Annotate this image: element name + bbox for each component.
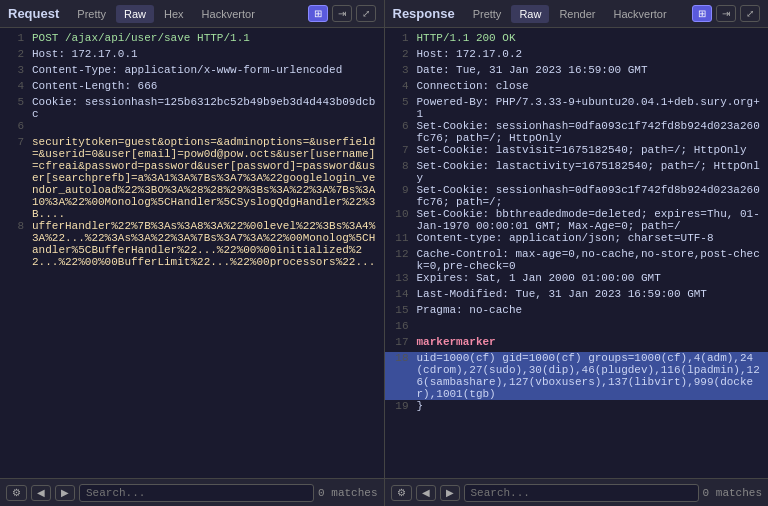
response-header: Response Pretty Raw Render Hackvertor ⊞ …: [385, 0, 769, 28]
line-number: 12: [389, 248, 417, 272]
table-row: 9Set-Cookie: sessionhash=0dfa093c1f742fd…: [385, 184, 769, 208]
line-content: markermarker: [417, 336, 765, 352]
line-number: 3: [4, 64, 32, 80]
line-content: }: [417, 400, 765, 416]
table-row: 2Host: 172.17.0.2: [385, 48, 769, 64]
line-number: 9: [389, 184, 417, 208]
line-number: 6: [4, 120, 32, 136]
tab-response-pretty[interactable]: Pretty: [465, 5, 510, 23]
request-view-icons: ⊞ ⇥ ⤢: [306, 5, 376, 22]
response-content: 1HTTP/1.1 200 OK2Host: 172.17.0.23Date: …: [385, 28, 769, 478]
table-row: 18uid=1000(cf) gid=1000(cf) groups=1000(…: [385, 352, 769, 400]
response-grid-icon[interactable]: ⊞: [692, 5, 712, 22]
line-number: 1: [389, 32, 417, 48]
request-bottom: ⚙ ◀ ▶ 0 matches: [0, 479, 385, 506]
tab-request-hex[interactable]: Hex: [156, 5, 192, 23]
table-row: 2Host: 172.17.0.1: [0, 48, 384, 64]
line-number: 4: [389, 80, 417, 96]
table-row: 1POST /ajax/api/user/save HTTP/1.1: [0, 32, 384, 48]
line-content: Pragma: no-cache: [417, 304, 765, 320]
line-number: 7: [389, 144, 417, 160]
line-content: Host: 172.17.0.2: [417, 48, 765, 64]
line-number: 13: [389, 272, 417, 288]
response-expand-icon[interactable]: ⤢: [740, 5, 760, 22]
response-bottom: ⚙ ◀ ▶ 0 matches: [385, 479, 769, 506]
tab-request-hackvertor[interactable]: Hackvertor: [194, 5, 263, 23]
line-number: 14: [389, 288, 417, 304]
request-forward-icon[interactable]: ▶: [55, 485, 75, 501]
table-row: 5Powered-By: PHP/7.3.33-9+ubuntu20.04.1+…: [385, 96, 769, 120]
request-title: Request: [8, 6, 59, 21]
table-row: 3Date: Tue, 31 Jan 2023 16:59:00 GMT: [385, 64, 769, 80]
request-back-icon[interactable]: ◀: [31, 485, 51, 501]
line-content: HTTP/1.1 200 OK: [417, 32, 765, 48]
tab-response-render[interactable]: Render: [551, 5, 603, 23]
line-number: 8: [4, 220, 32, 268]
line-number: 1: [4, 32, 32, 48]
line-content: Content-type: application/json; charset=…: [417, 232, 765, 248]
table-row: 1HTTP/1.1 200 OK: [385, 32, 769, 48]
table-row: 5Cookie: sessionhash=125b6312bc52b49b9eb…: [0, 96, 384, 120]
table-row: 16: [385, 320, 769, 336]
line-number: 15: [389, 304, 417, 320]
line-number: 17: [389, 336, 417, 352]
request-expand-icon[interactable]: ⤢: [356, 5, 376, 22]
request-header: Request Pretty Raw Hex Hackvertor ⊞ ⇥ ⤢: [0, 0, 384, 28]
response-search-input[interactable]: [464, 484, 699, 502]
line-number: 2: [4, 48, 32, 64]
line-content: Set-Cookie: sessionhash=0dfa093c1f742fd8…: [417, 120, 765, 144]
line-content: Connection: close: [417, 80, 765, 96]
line-content: Powered-By: PHP/7.3.33-9+ubuntu20.04.1+d…: [417, 96, 765, 120]
line-content: Host: 172.17.0.1: [32, 48, 380, 64]
line-content: Last-Modified: Tue, 31 Jan 2023 16:59:00…: [417, 288, 765, 304]
line-content: Set-Cookie: lastvisit=1675182540; path=/…: [417, 144, 765, 160]
table-row: 13Expires: Sat, 1 Jan 2000 01:00:00 GMT: [385, 272, 769, 288]
line-content: [417, 320, 765, 336]
table-row: 4Connection: close: [385, 80, 769, 96]
request-content: 1POST /ajax/api/user/save HTTP/1.12Host:…: [0, 28, 384, 478]
tab-request-pretty[interactable]: Pretty: [69, 5, 114, 23]
tab-request-raw[interactable]: Raw: [116, 5, 154, 23]
response-title: Response: [393, 6, 455, 21]
tab-response-raw[interactable]: Raw: [511, 5, 549, 23]
table-row: 3Content-Type: application/x-www-form-ur…: [0, 64, 384, 80]
request-search-input[interactable]: [79, 484, 314, 502]
line-number: 11: [389, 232, 417, 248]
response-wrap-icon[interactable]: ⇥: [716, 5, 736, 22]
line-content: Set-Cookie: lastactivity=1675182540; pat…: [417, 160, 765, 184]
table-row: 7securitytoken=guest&options=&adminoptio…: [0, 136, 384, 220]
line-content: [32, 120, 380, 136]
line-number: 5: [4, 96, 32, 120]
line-number: 6: [389, 120, 417, 144]
line-content: POST /ajax/api/user/save HTTP/1.1: [32, 32, 380, 48]
tab-response-hackvertor[interactable]: Hackvertor: [605, 5, 674, 23]
request-matches: 0 matches: [318, 487, 377, 499]
table-row: 8ufferHandler%22%7B%3As%3A8%3A%22%00leve…: [0, 220, 384, 268]
request-grid-icon[interactable]: ⊞: [308, 5, 328, 22]
line-content: uid=1000(cf) gid=1000(cf) groups=1000(cf…: [417, 352, 765, 400]
response-settings-icon[interactable]: ⚙: [391, 485, 412, 501]
response-forward-icon[interactable]: ▶: [440, 485, 460, 501]
line-number: 5: [389, 96, 417, 120]
line-content: Date: Tue, 31 Jan 2023 16:59:00 GMT: [417, 64, 765, 80]
line-number: 16: [389, 320, 417, 336]
table-row: 6Set-Cookie: sessionhash=0dfa093c1f742fd…: [385, 120, 769, 144]
line-content: Content-Type: application/x-www-form-url…: [32, 64, 380, 80]
line-number: 18: [389, 352, 417, 400]
line-number: 19: [389, 400, 417, 416]
line-content: Set-Cookie: sessionhash=0dfa093c1f742fd8…: [417, 184, 765, 208]
request-settings-icon[interactable]: ⚙: [6, 485, 27, 501]
table-row: 10Set-Cookie: bbthreadedmode=deleted; ex…: [385, 208, 769, 232]
table-row: 8Set-Cookie: lastactivity=1675182540; pa…: [385, 160, 769, 184]
response-back-icon[interactable]: ◀: [416, 485, 436, 501]
table-row: 12Cache-Control: max-age=0,no-cache,no-s…: [385, 248, 769, 272]
line-number: 10: [389, 208, 417, 232]
request-wrap-icon[interactable]: ⇥: [332, 5, 352, 22]
line-content: Set-Cookie: bbthreadedmode=deleted; expi…: [417, 208, 765, 232]
line-number: 7: [4, 136, 32, 220]
table-row: 11Content-type: application/json; charse…: [385, 232, 769, 248]
line-number: 3: [389, 64, 417, 80]
line-number: 2: [389, 48, 417, 64]
table-row: 19}: [385, 400, 769, 416]
table-row: 6: [0, 120, 384, 136]
